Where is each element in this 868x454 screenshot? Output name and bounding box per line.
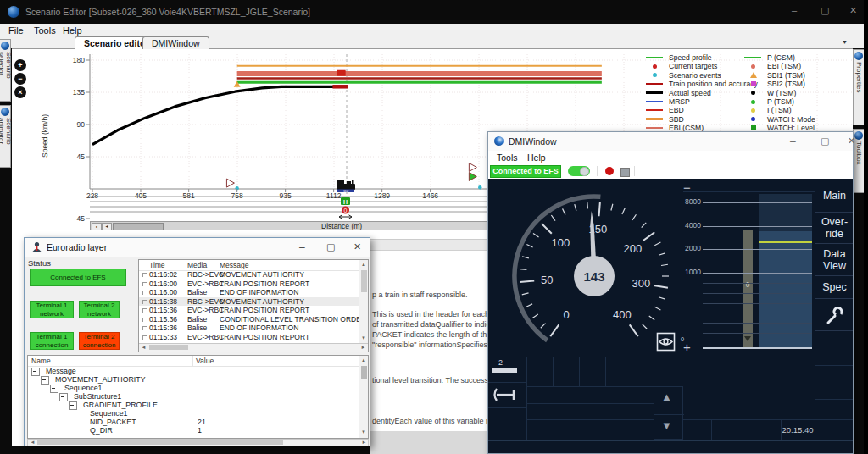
scrollbar-button[interactable]: ◄ <box>102 223 112 230</box>
scrollbar-thumb[interactable] <box>113 223 164 230</box>
dmi-button-override[interactable]: Over-ride <box>815 213 853 244</box>
scroll-left-icon[interactable]: ◄ <box>29 440 36 446</box>
chart-reset-button[interactable]: × <box>14 86 26 98</box>
message-table[interactable]: Time Media Message 01:16:02RBC->EVCMOVEM… <box>138 259 369 352</box>
menu-help[interactable]: Help <box>527 152 546 163</box>
tree-h-scrollbar[interactable]: ◄ ► <box>27 439 369 446</box>
col-value[interactable]: Value <box>196 357 214 365</box>
dmi-button-spec[interactable]: Spec <box>815 276 853 299</box>
chart-tick-labels: 2284055817589351112128914661801359045-45 <box>73 56 439 223</box>
minimize-icon[interactable]: – <box>790 136 796 147</box>
col-name[interactable]: Name <box>31 357 51 365</box>
dmi-button-main[interactable]: Main <box>815 179 853 213</box>
record-button[interactable] <box>605 167 614 175</box>
legend-label: Scenario events <box>669 71 721 80</box>
message-row[interactable]: 01:15:36EVC->RBCTRAIN POSITION REPORT <box>139 306 359 315</box>
close-icon[interactable]: ✕ <box>353 241 361 252</box>
dmi-window[interactable]: DMIWindow – ▢ ✕ Tools Help Connected to … <box>487 131 854 454</box>
tree-row[interactable]: NID_PACKET21 <box>28 418 359 426</box>
tree-row[interactable]: Message <box>28 367 359 375</box>
terminal1-connection-button[interactable]: Terminal 1 connection <box>30 332 74 350</box>
chart-zoom-out-button[interactable]: − <box>14 73 26 85</box>
distance-gridline <box>703 283 812 284</box>
scrollbar-thumb[interactable] <box>149 345 188 350</box>
terminal1-network-button[interactable]: Terminal 1 network <box>30 301 74 318</box>
tree-row[interactable]: Sequence1 <box>28 409 359 418</box>
col-time[interactable]: Time <box>149 261 165 269</box>
message-row[interactable]: 01:15:33EVC->RBCTRAIN POSITION REPORT <box>139 333 359 342</box>
table-v-scrollbar[interactable]: ▲ ▼ <box>359 260 368 343</box>
message-row[interactable]: 01:15:38RBC->EVCMOVEMENT AUTHORITY <box>139 297 359 307</box>
svg-text:112: 112 <box>343 190 348 193</box>
doc-text-line: PACKET indicates the length of the packe… <box>372 330 487 339</box>
message-text: MOVEMENT AUTHORITY <box>220 297 304 307</box>
tree-row[interactable]: MOVEMENT_AUTHORITY <box>28 375 359 384</box>
scroll-up-icon[interactable]: ▲ <box>359 261 368 269</box>
message-row[interactable]: 01:16:00EVC->RBCTRAIN POSITION REPORT <box>139 280 359 289</box>
scroll-right-icon[interactable]: ► <box>360 440 368 446</box>
dmi-title-bar[interactable]: DMIWindow – ▢ ✕ <box>488 132 853 152</box>
tree-v-scrollbar[interactable]: ▲ ▼ <box>359 356 368 438</box>
variable-tree[interactable]: Name Value MessageMOVEMENT_AUTHORITYSequ… <box>27 355 369 439</box>
row-expander-icon[interactable] <box>142 291 147 295</box>
toolbar-separator <box>634 166 635 176</box>
scroll-up-icon[interactable]: ▲ <box>359 357 368 364</box>
terminal2-connection-button[interactable]: Terminal 2 connection <box>79 332 120 350</box>
legend-label: W (TSM) <box>767 89 796 97</box>
row-expander-icon[interactable] <box>142 326 147 330</box>
col-media[interactable]: Media <box>187 261 207 269</box>
scrollbar-thumb[interactable] <box>361 366 367 379</box>
euroradio-title-bar[interactable]: Euroradio layer – ▢ ✕ <box>25 238 370 257</box>
record-toggle[interactable] <box>568 166 590 176</box>
scroll-down-icon[interactable]: ▼ <box>359 429 368 436</box>
tree-row[interactable]: SubStructure1 <box>28 392 359 401</box>
close-icon[interactable]: ✕ <box>848 136 855 147</box>
connected-to-efs-button[interactable]: Connected to EFS <box>30 269 126 286</box>
planning-zoom-in-button[interactable]: + <box>683 340 691 354</box>
column-divider[interactable] <box>192 356 193 366</box>
message-row[interactable]: 01:15:36BaliseCONDITIONAL LEVEL TRANSITI… <box>139 315 359 324</box>
svg-text:405: 405 <box>135 191 147 200</box>
message-row[interactable]: 01:15:36BaliseEND OF INFORMATION <box>139 324 359 333</box>
row-expander-icon[interactable] <box>142 300 147 304</box>
doc-text-line: dentityEach value of this variable repre… <box>372 417 487 425</box>
minimize-icon[interactable]: – <box>299 241 305 253</box>
svg-text:H: H <box>343 199 348 205</box>
chart-zoom-in-button[interactable]: + <box>14 59 26 71</box>
scroll-right-icon[interactable]: ► <box>359 344 367 352</box>
row-expander-icon[interactable] <box>142 308 147 313</box>
message-row[interactable]: 01:16:00BaliseEND OF INFORMATION <box>139 288 359 297</box>
tree-row[interactable]: Sequence1 <box>28 384 359 392</box>
tree-row[interactable]: GRADIENT_PROFILE <box>28 401 359 409</box>
settings-button[interactable] <box>815 299 853 331</box>
scroll-left-icon[interactable]: ◄ <box>140 344 147 352</box>
message-text: END OF INFORMATION <box>220 324 298 333</box>
message-row[interactable]: 01:16:02RBC->EVCMOVEMENT AUTHORITY <box>139 270 359 280</box>
tree-row[interactable]: Q_DIR1 <box>28 426 359 435</box>
row-expander-icon[interactable] <box>142 273 147 277</box>
row-expander-icon[interactable] <box>142 318 147 322</box>
terminal2-network-button[interactable]: Terminal 2 network <box>79 301 120 318</box>
legend-swatch <box>646 71 665 80</box>
maximize-icon[interactable]: ▢ <box>326 241 335 252</box>
table-h-scrollbar[interactable]: ◄ ► <box>139 343 368 352</box>
svg-text:228: 228 <box>86 191 98 200</box>
planning-zoom-out-button[interactable]: − <box>683 180 691 195</box>
stop-button[interactable] <box>620 168 630 177</box>
maximize-icon[interactable]: ▢ <box>821 136 829 147</box>
svg-text:90: 90 <box>77 120 86 129</box>
col-message[interactable]: Message <box>220 261 249 269</box>
row-expander-icon[interactable] <box>142 335 147 340</box>
scrollbar-thumb[interactable] <box>37 440 283 445</box>
menu-tools[interactable]: Tools <box>497 152 518 163</box>
scrollbar-button[interactable]: ● <box>92 223 102 230</box>
message-time: 01:16:00 <box>149 280 177 289</box>
euroradio-window[interactable]: Euroradio layer – ▢ ✕ Status Connected t… <box>24 237 370 446</box>
scrollbar-thumb[interactable] <box>361 270 367 292</box>
legend-swatch <box>744 80 763 88</box>
row-expander-icon[interactable] <box>142 282 147 286</box>
dmi-button-column: MainOver-rideDataViewSpec <box>815 179 853 453</box>
dmi-button-dataview[interactable]: DataView <box>815 244 853 276</box>
scroll-down-icon[interactable]: ▼ <box>359 335 368 342</box>
euroradio-title: Euroradio layer <box>47 242 107 252</box>
